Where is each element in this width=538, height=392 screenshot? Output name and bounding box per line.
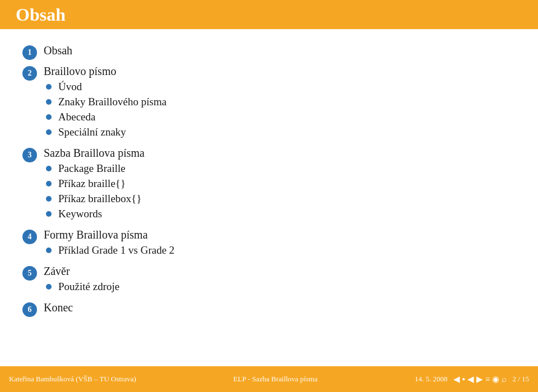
sub-item: Keywords xyxy=(44,208,145,219)
footer-title: ELP - Sazba Braillova písma xyxy=(136,375,415,384)
bullet-icon xyxy=(46,196,52,202)
sub-item-label: Znaky Braillového písma xyxy=(58,96,166,107)
section-number: 6 xyxy=(22,302,37,317)
sub-item: Příklad Grade 1 vs Grade 2 xyxy=(44,245,174,255)
footer-date: 14. 5. 2008 xyxy=(415,375,448,384)
sub-item: Speciální znaky xyxy=(44,127,166,137)
footer-page: 2 / 15 xyxy=(512,375,529,384)
footer-author: Kateřina Bambušková (VŠB – TU Ostrava) xyxy=(9,375,136,384)
nav-circle-icon[interactable]: ◉ xyxy=(492,374,499,384)
toc-list: 1Obsah2Braillovo písmoÚvodZnaky Braillov… xyxy=(22,45,516,317)
sub-list: Použité zdroje xyxy=(44,281,119,292)
sub-item: Abeceda xyxy=(44,111,166,122)
bullet-icon xyxy=(46,84,52,90)
sub-item-label: Package Braille xyxy=(58,163,126,174)
nav-list-icon[interactable]: ◀ xyxy=(467,374,474,384)
sub-list: ÚvodZnaky Braillového písmaAbecedaSpeciá… xyxy=(44,81,166,137)
sub-item-label: Úvod xyxy=(58,81,82,92)
section-number: 3 xyxy=(22,148,37,162)
main-content: 1Obsah2Braillovo písmoÚvodZnaky Braillov… xyxy=(0,29,538,366)
bullet-icon xyxy=(46,129,52,135)
nav-search-icon[interactable]: ⌕ xyxy=(502,375,507,384)
section-label: Konec xyxy=(44,301,73,314)
toc-section: 5ZávěrPoužité zdroje xyxy=(22,265,516,296)
sub-item-label: Příkaz braille{} xyxy=(58,178,126,189)
nav-frame-icon[interactable]: ▪ xyxy=(462,375,465,384)
bullet-icon xyxy=(46,284,52,290)
toc-section: 3Sazba Braillova písmaPackage BraillePří… xyxy=(22,147,516,223)
sub-list: Package BraillePříkaz braille{}Příkaz br… xyxy=(44,163,145,219)
section-number: 2 xyxy=(22,66,37,81)
nav-icons: ◀ ▪ ◀ ▶ ≡ ◉ ⌕ xyxy=(453,374,507,384)
bullet-icon xyxy=(46,99,52,105)
sub-item: Znaky Braillového písma xyxy=(44,96,166,107)
bullet-icon xyxy=(46,181,52,186)
top-bar: Obsah xyxy=(0,0,538,29)
nav-left-icon[interactable]: ◀ xyxy=(453,374,460,384)
section-content: ZávěrPoužité zdroje xyxy=(44,265,119,296)
bullet-icon xyxy=(46,211,52,217)
section-content: Braillovo písmoÚvodZnaky Braillového pís… xyxy=(44,66,166,142)
section-label: Braillovo písmo xyxy=(44,65,116,77)
bullet-icon xyxy=(46,166,52,171)
bullet-icon xyxy=(46,114,52,120)
section-content: Formy Braillova písmaPříklad Grade 1 vs … xyxy=(44,229,174,260)
sub-item: Příkaz braillebox{} xyxy=(44,193,145,204)
sub-list: Příklad Grade 1 vs Grade 2 xyxy=(44,245,174,255)
nav-list-icon2[interactable]: ▶ xyxy=(476,374,483,384)
section-number: 1 xyxy=(22,45,37,60)
page-title: Obsah xyxy=(16,4,66,25)
footer-bar: Kateřina Bambušková (VŠB – TU Ostrava) E… xyxy=(0,366,538,392)
sub-item-label: Keywords xyxy=(58,208,102,219)
sub-item-label: Abeceda xyxy=(58,111,95,122)
sub-item-label: Příklad Grade 1 vs Grade 2 xyxy=(58,245,174,255)
sub-item-label: Použité zdroje xyxy=(58,281,119,292)
section-label: Formy Braillova písma xyxy=(44,228,148,241)
section-label: Obsah xyxy=(44,44,72,57)
section-number: 4 xyxy=(22,230,37,244)
section-number: 5 xyxy=(22,266,37,281)
section-content: Sazba Braillova písmaPackage BraillePřík… xyxy=(44,147,145,223)
sub-item-label: Speciální znaky xyxy=(58,127,126,137)
toc-section: 2Braillovo písmoÚvodZnaky Braillového pí… xyxy=(22,66,516,142)
sub-item: Použité zdroje xyxy=(44,281,119,292)
toc-section: 4Formy Braillova písmaPříklad Grade 1 vs… xyxy=(22,229,516,260)
section-content: Konec xyxy=(44,302,73,313)
sub-item-label: Příkaz braillebox{} xyxy=(58,193,142,204)
bullet-icon xyxy=(46,248,52,253)
sub-item: Úvod xyxy=(44,81,166,92)
toc-section: 6Konec xyxy=(22,302,516,317)
sub-item: Příkaz braille{} xyxy=(44,178,145,189)
section-label: Sazba Braillova písma xyxy=(44,147,145,159)
sub-item: Package Braille xyxy=(44,163,145,174)
nav-menu-icon[interactable]: ≡ xyxy=(485,375,490,384)
section-content: Obsah xyxy=(44,45,72,56)
toc-section: 1Obsah xyxy=(22,45,516,60)
footer-right: 14. 5. 2008 ◀ ▪ ◀ ▶ ≡ ◉ ⌕ 2 / 15 xyxy=(415,374,529,384)
section-label: Závěr xyxy=(44,265,70,277)
